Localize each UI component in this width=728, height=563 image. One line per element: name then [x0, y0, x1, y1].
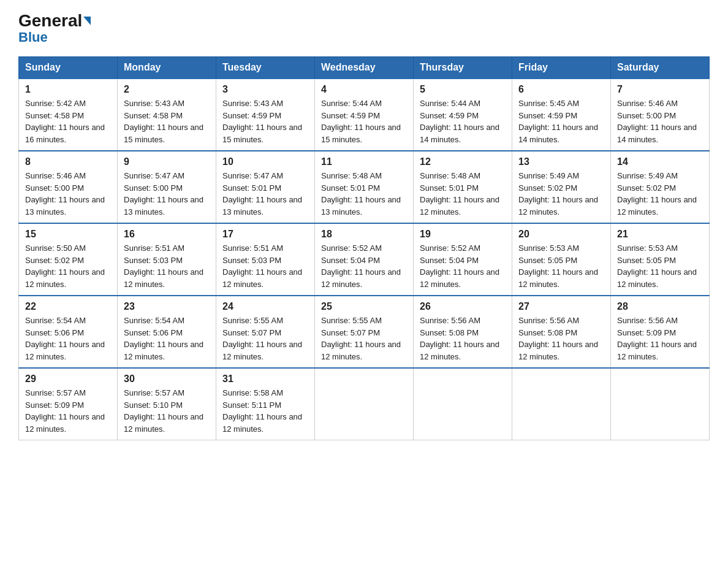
header-saturday: Saturday — [611, 57, 710, 79]
calendar-table: SundayMondayTuesdayWednesdayThursdayFrid… — [18, 56, 710, 440]
week-row-3: 15 Sunrise: 5:50 AM Sunset: 5:02 PM Dayl… — [19, 223, 710, 296]
calendar-cell: 23 Sunrise: 5:54 AM Sunset: 5:06 PM Dayl… — [118, 296, 216, 368]
day-info: Sunrise: 5:44 AM Sunset: 4:59 PM Dayligh… — [420, 98, 506, 145]
day-info: Sunrise: 5:52 AM Sunset: 5:04 PM Dayligh… — [420, 242, 506, 290]
day-number: 18 — [321, 229, 407, 240]
day-info: Sunrise: 5:46 AM Sunset: 5:00 PM Dayligh… — [25, 170, 111, 218]
calendar-cell: 20 Sunrise: 5:53 AM Sunset: 5:05 PM Dayl… — [512, 223, 611, 296]
day-number: 25 — [321, 301, 407, 312]
day-info: Sunrise: 5:57 AM Sunset: 5:09 PM Dayligh… — [25, 387, 111, 435]
day-number: 19 — [420, 229, 506, 240]
day-info: Sunrise: 5:53 AM Sunset: 5:05 PM Dayligh… — [518, 242, 604, 290]
calendar-cell: 4 Sunrise: 5:44 AM Sunset: 4:59 PM Dayli… — [315, 79, 414, 151]
day-number: 2 — [124, 84, 210, 95]
calendar-cell: 1 Sunrise: 5:42 AM Sunset: 4:58 PM Dayli… — [19, 79, 118, 151]
header-thursday: Thursday — [414, 57, 512, 79]
calendar-cell: 27 Sunrise: 5:56 AM Sunset: 5:08 PM Dayl… — [512, 296, 611, 368]
calendar-cell: 29 Sunrise: 5:57 AM Sunset: 5:09 PM Dayl… — [19, 368, 118, 440]
calendar-cell: 26 Sunrise: 5:56 AM Sunset: 5:08 PM Dayl… — [414, 296, 512, 368]
calendar-cell: 2 Sunrise: 5:43 AM Sunset: 4:58 PM Dayli… — [118, 79, 216, 151]
day-number: 22 — [25, 301, 111, 312]
calendar-cell: 31 Sunrise: 5:58 AM Sunset: 5:11 PM Dayl… — [216, 368, 315, 440]
day-number: 31 — [222, 373, 308, 385]
calendar-cell: 11 Sunrise: 5:48 AM Sunset: 5:01 PM Dayl… — [315, 151, 414, 223]
day-info: Sunrise: 5:50 AM Sunset: 5:02 PM Dayligh… — [25, 242, 111, 290]
day-info: Sunrise: 5:44 AM Sunset: 4:59 PM Dayligh… — [321, 98, 407, 145]
calendar-cell: 8 Sunrise: 5:46 AM Sunset: 5:00 PM Dayli… — [19, 151, 118, 223]
day-info: Sunrise: 5:55 AM Sunset: 5:07 PM Dayligh… — [321, 315, 407, 362]
header-tuesday: Tuesday — [216, 57, 315, 79]
day-info: Sunrise: 5:51 AM Sunset: 5:03 PM Dayligh… — [124, 242, 210, 290]
day-number: 3 — [222, 84, 308, 95]
day-number: 28 — [617, 301, 703, 312]
day-number: 1 — [25, 84, 111, 95]
calendar-cell: 3 Sunrise: 5:43 AM Sunset: 4:59 PM Dayli… — [216, 79, 315, 151]
day-number: 9 — [124, 156, 210, 167]
day-info: Sunrise: 5:53 AM Sunset: 5:05 PM Dayligh… — [617, 242, 703, 290]
day-number: 24 — [222, 301, 308, 312]
day-info: Sunrise: 5:43 AM Sunset: 4:58 PM Dayligh… — [124, 98, 210, 145]
logo-general: General — [18, 12, 82, 29]
calendar-cell: 30 Sunrise: 5:57 AM Sunset: 5:10 PM Dayl… — [118, 368, 216, 440]
calendar-cell — [315, 368, 414, 440]
day-info: Sunrise: 5:43 AM Sunset: 4:59 PM Dayligh… — [222, 98, 308, 145]
calendar-cell: 24 Sunrise: 5:55 AM Sunset: 5:07 PM Dayl… — [216, 296, 315, 368]
calendar-cell — [512, 368, 611, 440]
day-number: 8 — [25, 156, 111, 167]
week-row-1: 1 Sunrise: 5:42 AM Sunset: 4:58 PM Dayli… — [19, 79, 710, 151]
day-info: Sunrise: 5:45 AM Sunset: 4:59 PM Dayligh… — [518, 98, 604, 145]
day-info: Sunrise: 5:57 AM Sunset: 5:10 PM Dayligh… — [124, 387, 210, 435]
calendar-cell: 21 Sunrise: 5:53 AM Sunset: 5:05 PM Dayl… — [611, 223, 710, 296]
calendar-cell: 7 Sunrise: 5:46 AM Sunset: 5:00 PM Dayli… — [611, 79, 710, 151]
day-number: 23 — [124, 301, 210, 312]
day-number: 6 — [518, 84, 604, 95]
week-row-4: 22 Sunrise: 5:54 AM Sunset: 5:06 PM Dayl… — [19, 296, 710, 368]
day-number: 10 — [222, 156, 308, 167]
logo-blue: Blue — [18, 31, 48, 44]
day-number: 12 — [420, 156, 506, 167]
calendar-cell — [414, 368, 512, 440]
day-number: 5 — [420, 84, 506, 95]
calendar-cell: 13 Sunrise: 5:49 AM Sunset: 5:02 PM Dayl… — [512, 151, 611, 223]
week-row-2: 8 Sunrise: 5:46 AM Sunset: 5:00 PM Dayli… — [19, 151, 710, 223]
calendar-cell: 10 Sunrise: 5:47 AM Sunset: 5:01 PM Dayl… — [216, 151, 315, 223]
page-header: General Blue — [18, 12, 710, 44]
logo: General Blue — [18, 12, 91, 44]
day-info: Sunrise: 5:56 AM Sunset: 5:09 PM Dayligh… — [617, 315, 703, 362]
header-wednesday: Wednesday — [315, 57, 414, 79]
day-info: Sunrise: 5:49 AM Sunset: 5:02 PM Dayligh… — [518, 170, 604, 218]
calendar-cell: 5 Sunrise: 5:44 AM Sunset: 4:59 PM Dayli… — [414, 79, 512, 151]
day-info: Sunrise: 5:48 AM Sunset: 5:01 PM Dayligh… — [420, 170, 506, 218]
week-row-5: 29 Sunrise: 5:57 AM Sunset: 5:09 PM Dayl… — [19, 368, 710, 440]
day-info: Sunrise: 5:55 AM Sunset: 5:07 PM Dayligh… — [222, 315, 308, 362]
day-number: 4 — [321, 84, 407, 95]
calendar-cell: 16 Sunrise: 5:51 AM Sunset: 5:03 PM Dayl… — [118, 223, 216, 296]
header-friday: Friday — [512, 57, 611, 79]
calendar-cell: 19 Sunrise: 5:52 AM Sunset: 5:04 PM Dayl… — [414, 223, 512, 296]
day-number: 16 — [124, 229, 210, 240]
day-info: Sunrise: 5:49 AM Sunset: 5:02 PM Dayligh… — [617, 170, 703, 218]
day-number: 27 — [518, 301, 604, 312]
calendar-cell: 25 Sunrise: 5:55 AM Sunset: 5:07 PM Dayl… — [315, 296, 414, 368]
day-info: Sunrise: 5:51 AM Sunset: 5:03 PM Dayligh… — [222, 242, 308, 290]
calendar-cell: 15 Sunrise: 5:50 AM Sunset: 5:02 PM Dayl… — [19, 223, 118, 296]
day-number: 7 — [617, 84, 703, 95]
day-info: Sunrise: 5:54 AM Sunset: 5:06 PM Dayligh… — [124, 315, 210, 362]
day-number: 29 — [25, 373, 111, 385]
calendar-cell: 17 Sunrise: 5:51 AM Sunset: 5:03 PM Dayl… — [216, 223, 315, 296]
day-info: Sunrise: 5:46 AM Sunset: 5:00 PM Dayligh… — [617, 98, 703, 145]
day-number: 30 — [124, 373, 210, 385]
day-info: Sunrise: 5:56 AM Sunset: 5:08 PM Dayligh… — [420, 315, 506, 362]
day-info: Sunrise: 5:54 AM Sunset: 5:06 PM Dayligh… — [25, 315, 111, 362]
day-info: Sunrise: 5:48 AM Sunset: 5:01 PM Dayligh… — [321, 170, 407, 218]
calendar-cell: 9 Sunrise: 5:47 AM Sunset: 5:00 PM Dayli… — [118, 151, 216, 223]
day-number: 17 — [222, 229, 308, 240]
day-number: 15 — [25, 229, 111, 240]
calendar-header-row: SundayMondayTuesdayWednesdayThursdayFrid… — [19, 57, 710, 79]
calendar-cell: 12 Sunrise: 5:48 AM Sunset: 5:01 PM Dayl… — [414, 151, 512, 223]
day-info: Sunrise: 5:52 AM Sunset: 5:04 PM Dayligh… — [321, 242, 407, 290]
day-info: Sunrise: 5:56 AM Sunset: 5:08 PM Dayligh… — [518, 315, 604, 362]
calendar-cell: 28 Sunrise: 5:56 AM Sunset: 5:09 PM Dayl… — [611, 296, 710, 368]
day-number: 21 — [617, 229, 703, 240]
calendar-cell: 14 Sunrise: 5:49 AM Sunset: 5:02 PM Dayl… — [611, 151, 710, 223]
